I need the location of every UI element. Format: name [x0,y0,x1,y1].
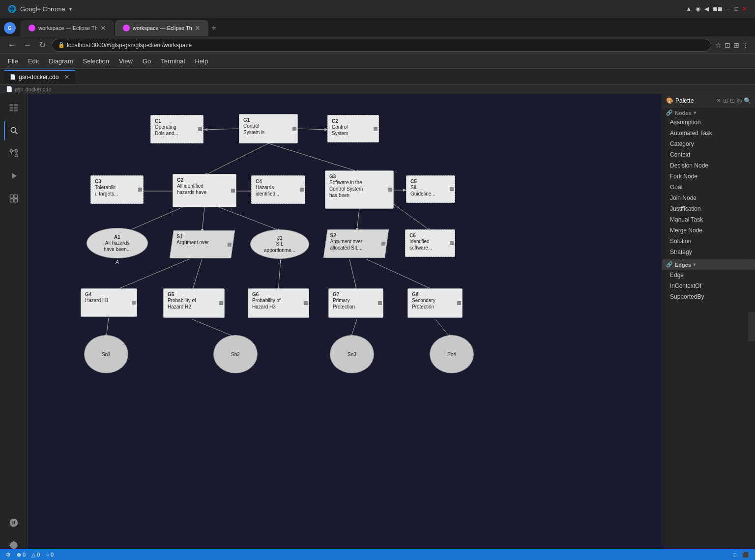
node-C2-label: ControlSystem [332,124,375,137]
activity-run[interactable] [4,166,24,186]
reload-button[interactable]: ↻ [37,39,48,51]
palette-item-context[interactable]: Context [662,149,755,160]
palette-layout-icon[interactable]: ⊞ [723,97,728,104]
node-G2[interactable]: G2 All identifiedhazards have [173,174,236,207]
url-bar[interactable]: 🔒 localhost:3000/#/glsp-gsn/glsp-client/… [52,39,711,52]
node-C1[interactable]: C1 OperatingDols and... [150,115,203,143]
palette-section-nodes[interactable]: 🔗 Nodes ▾ [662,108,755,117]
palette-edges-label: Edges [675,262,691,268]
svg-line-13 [268,143,359,172]
menu-diagram[interactable]: Diagram [45,56,77,66]
os-maximize[interactable]: □ [735,5,738,12]
node-C5-handle [450,187,454,191]
node-Sn1[interactable]: Sn1 [84,335,128,373]
node-G8[interactable]: G8 SecondaryProtection [407,288,463,318]
palette-item-manual-task[interactable]: Manual Task [662,214,755,225]
palette-close-icon[interactable]: ✕ [716,97,721,104]
node-G6[interactable]: G6 Probability ofHazard H3 [248,288,309,318]
menu-go[interactable]: Go [139,56,155,66]
node-Sn4[interactable]: Sn4 [430,335,474,373]
palette-item-supportedby[interactable]: SupportedBy [662,291,755,302]
node-C2[interactable]: C2 ControlSystem [327,115,379,142]
node-G7[interactable]: G7 PrimaryProtection [328,288,383,318]
extensions-icon[interactable]: ⊞ [733,41,739,49]
forward-button[interactable]: → [22,40,33,51]
palette-item-justification[interactable]: Justification [662,203,755,214]
palette-item-join-node[interactable]: Join Node [662,193,755,203]
editor-tab-close[interactable]: ✕ [64,74,69,81]
os-minimize[interactable]: ─ [726,5,731,12]
node-G7-label: PrimaryProtection [333,297,379,310]
palette-item-edge[interactable]: Edge [662,270,755,280]
os-close[interactable]: ✕ [742,5,747,12]
palette-section-edges[interactable]: 🔗 Edges ▾ [662,259,755,270]
palette-scrollbar[interactable] [748,312,755,341]
node-J1[interactable]: J1 SILapportionme... J [250,229,309,259]
palette-item-automated-task[interactable]: Automated Task [662,128,755,139]
activity-explorer[interactable] [4,98,24,118]
palette-reset-icon[interactable]: ◎ [737,97,742,104]
os-indicator-4: ◼◼ [713,5,723,12]
node-Sn2[interactable]: Sn2 [213,335,258,373]
activity-bar [0,94,28,559]
node-G3[interactable]: G3 Software in theControl Systemhas been [325,170,394,209]
tab-group-icon[interactable]: ⊡ [725,41,730,49]
node-G5-handle [219,301,223,305]
node-S2[interactable]: S2 Argument overallocated SIL... [323,229,389,258]
node-G8-id: G8 [412,292,458,297]
palette-item-decision-node[interactable]: Decision Node [662,160,755,171]
activity-extensions[interactable] [4,189,24,208]
svg-line-17 [202,207,204,232]
menu-selection[interactable]: Selection [79,56,113,66]
node-G1[interactable]: G1 ControlSystem is [239,114,298,143]
node-S2-id: S2 [330,233,382,238]
menu-view[interactable]: View [115,56,137,66]
menu-terminal[interactable]: Terminal [157,56,189,66]
palette-item-fork-node[interactable]: Fork Node [662,171,755,182]
bookmark-icon[interactable]: ☆ [715,41,722,49]
browser-tab-2[interactable]: workspace — Eclipse The... ✕ [115,20,208,36]
node-C5[interactable]: C5 SILGuideline... [406,175,455,203]
node-G4[interactable]: G4 Hazard H1 [81,288,137,317]
settings-icon[interactable]: ⋮ [742,41,749,49]
tab-label-1: workspace — Eclipse The... [38,25,97,31]
node-C4[interactable]: C4 Hazardsidentified... [251,175,305,204]
activity-scm[interactable] [4,143,24,163]
activity-remote[interactable] [4,513,24,532]
activity-search[interactable] [4,121,24,140]
palette-collapse-icon[interactable]: ⊡ [730,97,735,104]
menu-help[interactable]: Help [191,56,212,66]
status-settings: ⚙ [6,552,11,558]
back-button[interactable]: ← [6,40,18,51]
palette-search-icon[interactable]: 🔍 [744,97,751,104]
palette-item-assumption[interactable]: Assumption [662,117,755,128]
palette-item-incontextof[interactable]: InContextOf [662,280,755,291]
browser-tab-1[interactable]: workspace — Eclipse The... ✕ [21,20,114,36]
node-G8-label: SecondaryProtection [412,297,458,310]
tab-close-2[interactable]: ✕ [195,24,201,32]
os-app-name: Google Chrome [20,5,65,13]
new-tab-button[interactable]: + [211,23,217,33]
diagram-canvas[interactable]: G1 ControlSystem is C1 OperatingDols and… [28,94,662,559]
node-G5[interactable]: G5 Probability ofHazard H2 [163,288,225,318]
node-C3[interactable]: C3 Tolerabilitu targets... [90,175,144,204]
palette-item-category[interactable]: Category [662,139,755,149]
palette-item-strategy[interactable]: Strategy [662,247,755,257]
node-Sn3[interactable]: Sn3 [330,335,374,373]
palette-nodes-expand: ▾ [694,110,696,115]
palette-item-solution[interactable]: Solution [662,236,755,247]
menu-edit[interactable]: Edit [24,56,43,66]
palette-item-merge-node[interactable]: Merge Node [662,225,755,236]
editor-tab-gsn[interactable]: 📄 gsn-docker.cdo ✕ [4,70,75,84]
node-C4-id: C4 [256,179,301,184]
workspace: G1 ControlSystem is C1 OperatingDols and… [0,94,755,559]
menu-file[interactable]: File [4,56,22,66]
node-S1[interactable]: S1 Argument over [170,230,235,258]
palette-item-goal[interactable]: Goal [662,182,755,193]
svg-line-19 [219,207,281,231]
status-bar: ⚙ ⊗ 0 △ 0 ○ 0 □ ⬛ [0,549,755,560]
tab-close-1[interactable]: ✕ [100,24,106,32]
node-A1[interactable]: A1 All hazardshave been... A [87,228,148,258]
node-C6[interactable]: C6 Identifiedsoftware... [405,229,455,257]
os-indicator-3: ◀ [704,5,709,12]
